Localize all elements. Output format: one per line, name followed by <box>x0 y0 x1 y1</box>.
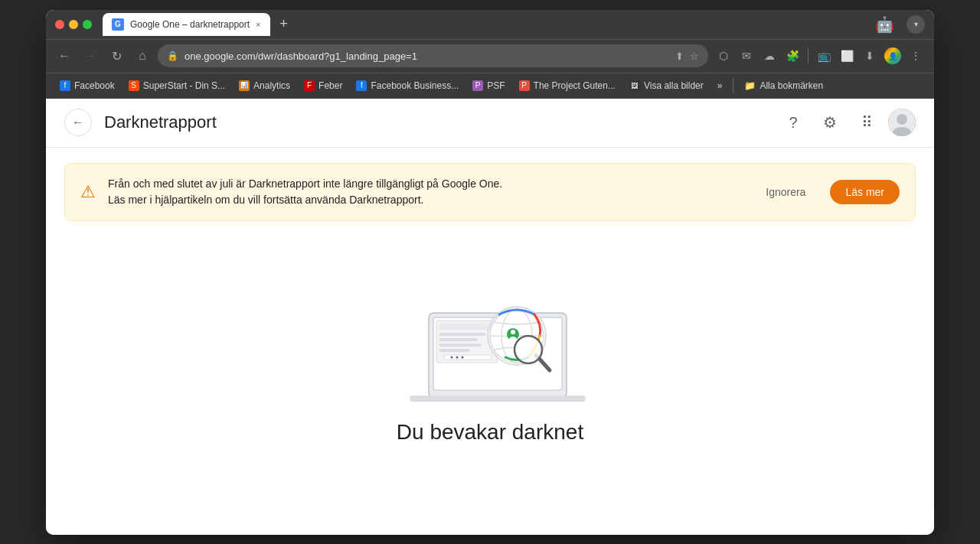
svg-point-22 <box>511 330 515 334</box>
svg-point-23 <box>509 337 517 341</box>
bookmark-favicon-analytics: 📊 <box>239 80 250 91</box>
all-bookmarks-button[interactable]: 📁 Alla bokmärken <box>738 78 829 93</box>
download-icon[interactable]: ⬇ <box>859 45 880 67</box>
profile-icon[interactable]: 👤 <box>882 45 903 67</box>
page-content: ← Darknetrapport ? ⚙ ⠿ ⚠ Från och med sl <box>46 99 934 535</box>
warning-actions: Ignorera Läs mer <box>753 180 900 204</box>
mail-icon[interactable]: ✉ <box>736 45 757 67</box>
new-tab-button[interactable]: + <box>273 14 295 35</box>
svg-point-24 <box>514 336 542 363</box>
svg-rect-5 <box>410 396 586 402</box>
back-button[interactable]: ← <box>54 45 75 67</box>
menu-icon[interactable]: ⋮ <box>905 45 926 67</box>
warning-icon: ⚠ <box>80 182 96 202</box>
warning-text-line1: Från och med slutet av juli är Darknetra… <box>108 176 741 192</box>
page-title: Darknetrapport <box>104 112 778 132</box>
apps-button[interactable]: ⠿ <box>851 107 882 138</box>
darknet-illustration <box>368 267 612 405</box>
ignore-button[interactable]: Ignorera <box>753 180 818 204</box>
bookmark-label-feber: Feber <box>318 80 342 91</box>
bookmark-favicon-fb-business: f <box>356 80 367 91</box>
svg-point-15 <box>462 356 464 358</box>
browser-dropdown-button[interactable]: ▾ <box>906 15 925 34</box>
close-window-button[interactable] <box>55 20 64 29</box>
bookmark-favicon-facebook: f <box>60 80 70 91</box>
puzzle-icon[interactable]: 🧩 <box>782 45 803 67</box>
warning-text: Från och med slutet av juli är Darknetra… <box>108 176 741 208</box>
address-bar-icons: ⬆ ☆ <box>675 50 699 62</box>
screen-icon[interactable]: ⬜ <box>836 45 858 67</box>
bookmark-favicon-superstart: S <box>129 80 139 91</box>
nav-right-icons: ⬡ ✉ ☁ 🧩 📺 ⬜ ⬇ 👤 ⋮ <box>713 45 926 67</box>
header-icons: ? ⚙ ⠿ <box>778 107 916 138</box>
svg-rect-7 <box>439 324 495 330</box>
bookmarks-bar: f Facebook S SuperStart - Din S... 📊 Ana… <box>46 73 934 99</box>
fullscreen-window-button[interactable] <box>83 20 92 29</box>
bookmark-favicon-psf: P <box>472 80 483 91</box>
bookmark-label-analytics: Analytics <box>253 80 290 91</box>
illustration-area: Du bevakar darknet <box>46 236 934 460</box>
tab-title: Google One – darknetrapport <box>130 19 250 30</box>
cast-icon[interactable]: 📺 <box>813 45 835 67</box>
settings-button[interactable]: ⚙ <box>815 107 845 138</box>
active-tab[interactable]: G Google One – darknetrapport × <box>103 13 270 36</box>
bookmark-favicon-feber: F <box>304 80 315 91</box>
nav-separator <box>808 48 808 64</box>
help-button[interactable]: ? <box>778 107 808 138</box>
folder-icon: 📁 <box>744 80 756 91</box>
bookmark-feber[interactable]: F Feber <box>298 78 348 93</box>
cloud-icon[interactable]: ☁ <box>759 45 780 67</box>
android-icon: 🤖 <box>875 15 894 34</box>
minimize-window-button[interactable] <box>69 20 78 29</box>
bookmarks-more-button[interactable]: » <box>711 78 729 93</box>
svg-point-1 <box>897 114 907 125</box>
main-heading: Du bevakar darknet <box>397 420 583 445</box>
svg-rect-11 <box>439 349 470 352</box>
svg-rect-10 <box>439 344 482 347</box>
bookmark-facebook[interactable]: f Facebook <box>54 78 121 93</box>
bookmark-superstart[interactable]: S SuperStart - Din S... <box>122 78 231 93</box>
user-avatar[interactable] <box>888 109 916 136</box>
bookmark-label-fb-business: Facebook Business... <box>371 80 459 91</box>
bookmark-psf[interactable]: P PSF <box>466 78 511 93</box>
title-bar: G Google One – darknetrapport × + 🤖 ▾ <box>46 10 934 39</box>
bookmark-label-facebook: Facebook <box>74 80 115 91</box>
svg-point-13 <box>451 356 453 358</box>
address-bar[interactable]: 🔒 one.google.com/dwr/dashboard?g1_landin… <box>158 44 708 67</box>
bookmark-label-superstart: SuperStart - Din S... <box>143 80 225 91</box>
share-icon[interactable]: ⬆ <box>675 50 684 62</box>
tabs-area: G Google One – darknetrapport × + <box>103 13 483 36</box>
forward-button[interactable]: → <box>80 45 101 67</box>
bookmark-label-psf: PSF <box>487 80 505 91</box>
warning-text-line2: Läs mer i hjälpartikeln om du vill forts… <box>108 192 741 208</box>
app-header: ← Darknetrapport ? ⚙ ⠿ <box>46 99 934 148</box>
tab-favicon: G <box>112 18 124 31</box>
browser-window: G Google One – darknetrapport × + 🤖 ▾ ← … <box>46 10 934 535</box>
bookmark-favicon-project: P <box>519 80 530 91</box>
traffic-lights <box>55 20 92 29</box>
navigation-bar: ← → ↻ ⌂ 🔒 one.google.com/dwr/dashboard?g… <box>46 39 934 73</box>
extensions-icon[interactable]: ⬡ <box>713 45 734 67</box>
bookmark-icon[interactable]: ☆ <box>690 50 699 62</box>
bookmark-label-project: The Project Guten... <box>534 80 616 91</box>
tab-close-button[interactable]: × <box>256 20 260 29</box>
bookmark-project[interactable]: P The Project Guten... <box>513 78 622 93</box>
bookmark-favicon-visa: 🖼 <box>629 80 640 91</box>
reload-button[interactable]: ↻ <box>106 45 127 67</box>
lock-icon: 🔒 <box>167 50 178 61</box>
home-button[interactable]: ⌂ <box>132 45 153 67</box>
read-more-button[interactable]: Läs mer <box>830 180 900 204</box>
bookmarks-separator <box>733 78 733 93</box>
bookmark-label-visa: Visa alla bilder <box>644 80 704 91</box>
warning-banner: ⚠ Från och med slutet av juli är Darknet… <box>64 163 916 221</box>
all-bookmarks-label: Alla bokmärken <box>760 80 823 91</box>
svg-rect-9 <box>439 338 478 341</box>
bookmark-visa[interactable]: 🖼 Visa alla bilder <box>623 78 710 93</box>
svg-point-14 <box>456 356 459 358</box>
svg-rect-8 <box>439 333 485 336</box>
bookmark-fb-business[interactable]: f Facebook Business... <box>350 78 465 93</box>
bookmark-analytics[interactable]: 📊 Analytics <box>233 78 296 93</box>
page-back-button[interactable]: ← <box>64 109 92 136</box>
url-text: one.google.com/dwr/dashboard?g1_landing_… <box>185 50 669 62</box>
